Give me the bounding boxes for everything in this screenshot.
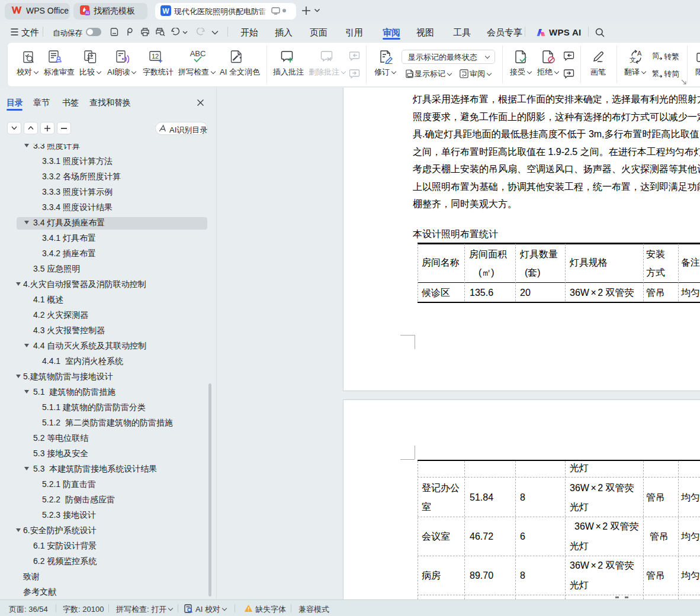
svg-text:A: A xyxy=(637,50,642,57)
svg-text:ABC: ABC xyxy=(190,50,206,58)
svg-text:AI: AI xyxy=(85,11,89,15)
svg-text:文: 文 xyxy=(630,56,636,63)
svg-text:简: 简 xyxy=(652,51,659,60)
svg-text:繁: 繁 xyxy=(652,69,659,78)
svg-text:12: 12 xyxy=(152,53,159,60)
svg-text:W: W xyxy=(162,7,169,15)
